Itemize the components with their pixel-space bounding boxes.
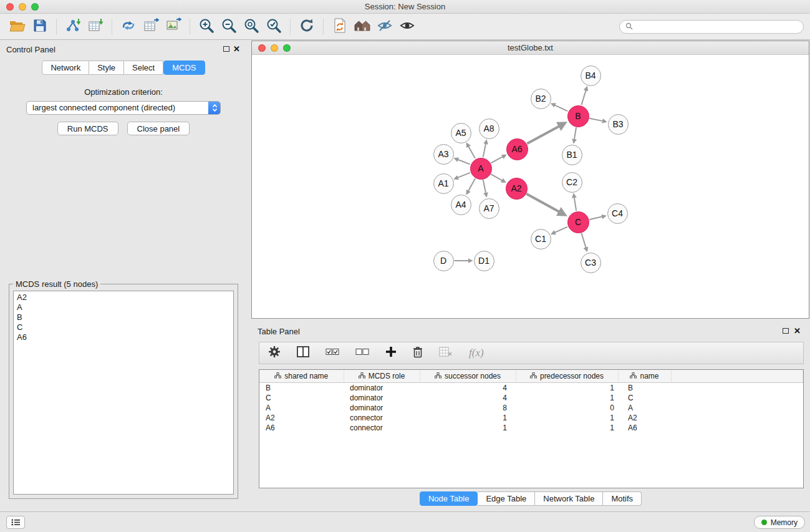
graph-node-D[interactable]: D (433, 251, 454, 271)
zoom-window-button[interactable] (31, 3, 39, 11)
export-network-button[interactable] (117, 16, 140, 37)
graph-edge-C-C1[interactable] (554, 227, 567, 233)
graph-node-B[interactable]: B (567, 105, 589, 127)
mcds-result-item[interactable]: A6 (17, 332, 230, 342)
home-button[interactable] (351, 16, 374, 37)
network-close-button[interactable] (258, 44, 266, 52)
column-header-shared-name[interactable]: shared name (259, 370, 344, 382)
tab-mcds[interactable]: MCDS (163, 60, 205, 75)
graph-edge-A-A4[interactable] (468, 178, 475, 191)
select-all-button[interactable] (325, 347, 339, 359)
table-row[interactable]: Cdominator41C (259, 393, 803, 403)
mcds-result-item[interactable]: A (17, 302, 230, 312)
open-session-button[interactable] (6, 16, 29, 37)
table-row[interactable]: Bdominator41B (259, 382, 803, 393)
graph-edge-A-A7[interactable] (483, 180, 486, 193)
graph-edge-A-A3[interactable] (458, 160, 470, 165)
save-session-button[interactable] (29, 16, 51, 37)
tab-style[interactable]: Style (89, 60, 124, 75)
table-settings-button[interactable] (268, 346, 281, 360)
column-header-predecessor-nodes[interactable]: predecessor nodes (516, 370, 618, 382)
float-panel-icon[interactable] (223, 46, 229, 52)
graph-node-C3[interactable]: C3 (581, 253, 601, 273)
file-sync-button[interactable] (329, 16, 351, 37)
zoom-in-button[interactable] (195, 16, 218, 37)
graph-edge-A-A2[interactable] (491, 174, 503, 180)
hide-details-button[interactable] (374, 16, 396, 37)
graph-node-C[interactable]: C (567, 211, 589, 233)
graph-node-A1[interactable]: A1 (433, 173, 454, 194)
zoom-fit-button[interactable] (240, 16, 263, 37)
graph-node-A7[interactable]: A7 (479, 198, 499, 219)
graph-edge-C-C2[interactable] (574, 197, 576, 211)
graph-node-B4[interactable]: B4 (581, 65, 601, 86)
tab-network-table[interactable]: Network Table (535, 491, 603, 506)
graph-node-A[interactable]: A (470, 158, 492, 180)
graph-node-C4[interactable]: C4 (607, 203, 628, 224)
graph-edge-C-C3[interactable] (581, 233, 586, 248)
graph-node-B3[interactable]: B3 (608, 114, 629, 135)
tab-edge-table[interactable]: Edge Table (478, 491, 535, 506)
minimize-window-button[interactable] (19, 3, 26, 11)
show-panels-button[interactable] (6, 516, 25, 529)
graph-edge-A-A6[interactable] (491, 157, 503, 163)
graph-node-A3[interactable]: A3 (433, 144, 454, 165)
import-network-button[interactable] (62, 16, 84, 37)
graph-edge-B-B2[interactable] (554, 105, 567, 111)
table-float-panel-icon[interactable] (783, 328, 789, 334)
zoom-out-button[interactable] (218, 16, 240, 37)
graph-node-C1[interactable]: C1 (531, 229, 551, 249)
graph-edge-B-B1[interactable] (574, 127, 576, 140)
show-details-button[interactable] (396, 16, 418, 37)
table-row[interactable]: Adominator80A (259, 403, 803, 413)
close-panel-button[interactable]: Close panel (127, 122, 190, 135)
table-row[interactable]: A6connector11A6 (259, 423, 803, 433)
column-header-successor-nodes[interactable]: successor nodes (420, 370, 516, 382)
graph-edge-B-B4[interactable] (581, 90, 586, 105)
delete-column-button[interactable] (413, 346, 423, 360)
graph-edge-A-A5[interactable] (468, 146, 475, 158)
graph-edge-A-A1[interactable] (458, 173, 470, 178)
graph-edge-A6-B[interactable] (527, 126, 559, 143)
search-input[interactable] (636, 22, 798, 31)
import-table-button[interactable] (84, 16, 107, 37)
mcds-result-item[interactable]: B (17, 312, 230, 322)
zoom-selected-button[interactable] (263, 16, 285, 37)
function-builder-button[interactable]: f(x) (469, 347, 484, 359)
graph-node-A8[interactable]: A8 (479, 118, 499, 139)
graph-node-B1[interactable]: B1 (562, 145, 582, 165)
column-header-mcds-role[interactable]: MCDS role (344, 370, 420, 382)
graph-node-A4[interactable]: A4 (451, 195, 471, 215)
add-column-button[interactable] (385, 346, 397, 360)
tab-select[interactable]: Select (124, 60, 163, 75)
mcds-result-item[interactable]: C (17, 322, 230, 332)
deselect-all-button[interactable] (355, 347, 369, 359)
graph-node-D1[interactable]: D1 (474, 251, 494, 271)
table-close-panel-icon[interactable]: ✕ (794, 326, 801, 336)
graph-node-C2[interactable]: C2 (562, 172, 582, 193)
apply-layout-button[interactable] (296, 16, 318, 37)
graph-edge-B-B3[interactable] (589, 118, 603, 121)
graph-node-A6[interactable]: A6 (506, 138, 528, 160)
graph-node-A5[interactable]: A5 (451, 123, 471, 143)
delete-table-button[interactable] (439, 347, 453, 359)
tab-motifs[interactable]: Motifs (603, 491, 642, 506)
tab-network[interactable]: Network (42, 60, 89, 75)
graph-edge-A2-C[interactable] (526, 194, 559, 212)
tab-node-table[interactable]: Node Table (420, 491, 478, 506)
memory-button[interactable]: Memory (754, 516, 805, 529)
graph-edge-C-C4[interactable] (589, 216, 602, 220)
network-zoom-button[interactable] (283, 44, 291, 52)
close-window-button[interactable] (6, 3, 14, 11)
graph-edge-A-A8[interactable] (483, 143, 486, 157)
table-row[interactable]: A2connector11A2 (259, 413, 803, 423)
criterion-dropdown[interactable]: largest connected component (directed) (26, 101, 221, 115)
search-field[interactable] (619, 20, 804, 34)
column-header-name[interactable]: name (618, 370, 671, 382)
node-table[interactable]: shared nameMCDS rolesuccessor nodesprede… (259, 369, 804, 488)
mcds-result-item[interactable]: A2 (17, 293, 230, 302)
export-table-button[interactable] (140, 16, 162, 37)
mcds-result-list[interactable]: A2ABCA6 (13, 291, 234, 495)
show-columns-button[interactable] (297, 346, 309, 360)
network-minimize-button[interactable] (271, 44, 278, 52)
